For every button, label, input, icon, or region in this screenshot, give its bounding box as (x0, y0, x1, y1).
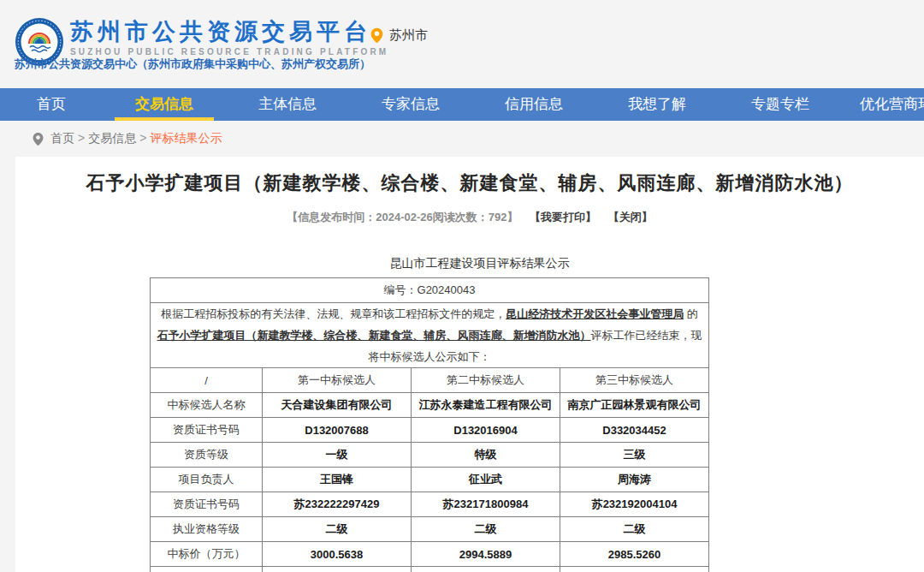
result-table-header-row: /第一中标候选人第二中标候选人第三中标候选人 (151, 368, 709, 393)
intro-tenderee: 昆山经济技术开发区社会事业管理局 (506, 307, 684, 320)
breadcrumb-current: 评标结果公示 (150, 131, 222, 145)
row-label: 中标价（万元） (151, 542, 263, 567)
intro-text: 根据工程招标投标的有关法律、法规、规章和该工程招标文件的规定， (161, 307, 506, 320)
row-value: 苏232222297429 (263, 492, 412, 517)
row-value: 天合建设集团有限公司 (263, 393, 412, 418)
content-panel: 石予小学扩建项目（新建教学楼、综合楼、新建食堂、辅房、风雨连廊、新增消防水池） … (15, 157, 924, 572)
row-value: 周海涛 (560, 468, 709, 492)
brand-block: 苏州市公共资源交易平台 SUZHOU PUBLIC RESOURCE TRADI… (70, 19, 388, 57)
intro-project-name: 石予小学扩建项目（新建教学楼、综合楼、新建食堂、辅房、风雨连廊、新增消防水池） (157, 329, 591, 342)
row-label: 项目负责人 (151, 468, 263, 492)
nav-item-7[interactable]: 优化营商环境 (842, 88, 924, 121)
result-table-row: 资质证书号码苏232222297429苏232171800984苏2321920… (151, 492, 709, 517)
row-label: 资质等级 (151, 443, 263, 468)
breadcrumb-home-link[interactable]: 首页 (50, 131, 74, 145)
row-label: 中标候选人名称 (151, 393, 263, 418)
nav-item-0[interactable]: 首页 (0, 88, 103, 121)
row-value: D332034452 (560, 418, 709, 443)
result-table-wrapper: 编号：G20240043 根据工程招标投标的有关法律、法规、规章和该工程招标文件… (150, 277, 708, 572)
row-value: 二级 (560, 517, 709, 542)
result-table-row: 中标候选人名称天合建设集团有限公司江苏永泰建造工程有限公司南京广正园林景观有限公… (151, 393, 709, 418)
city-selector[interactable]: 苏州市 (370, 27, 428, 44)
breadcrumb-separator: > (78, 131, 85, 145)
row-value: 3000.5638 (263, 542, 412, 567)
row-value: 416天 (560, 567, 709, 572)
result-table-row: 执业资格等级二级二级二级 (151, 517, 709, 542)
org-line: 苏州市公共资源交易中心（苏州市政府集中采购中心、苏州产权交易所） (15, 57, 370, 72)
publish-info: 【信息发布时间：2024-02-26阅读次数：792】 (287, 211, 518, 223)
city-label: 苏州市 (389, 27, 428, 44)
row-value: 一级 (263, 443, 412, 468)
result-table-header-cell: 第三中标候选人 (560, 368, 709, 393)
row-value: 二级 (412, 517, 560, 542)
row-value: 416天 (412, 567, 560, 572)
result-table-row: 资质等级一级特级三级 (151, 443, 709, 468)
intro-paragraph: 根据工程招标投标的有关法律、法规、规章和该工程招标文件的规定，昆山经济技术开发区… (151, 303, 709, 368)
row-value: 南京广正园林景观有限公司 (560, 393, 709, 418)
result-table-row: 项目负责人王国锋征业武周海涛 (151, 468, 709, 492)
nav-item-3[interactable]: 专家信息 (349, 88, 472, 121)
row-label: 执业资格等级 (151, 517, 263, 542)
row-label: 资质证书号码 (151, 492, 263, 517)
row-value: 江苏永泰建造工程有限公司 (412, 393, 560, 418)
breadcrumb-section-link[interactable]: 交易信息 (88, 131, 136, 145)
nav-item-1[interactable]: 交易信息 (103, 88, 226, 121)
row-value: D132007688 (263, 418, 412, 443)
intro-row: 根据工程招标投标的有关法律、法规、规章和该工程招标文件的规定，昆山经济技术开发区… (151, 303, 709, 368)
result-table-row: 资质证书号码D132007688D132016904D332034452 (151, 418, 709, 443)
result-table-row: 中标价（万元）3000.56382994.58892985.5260 (151, 542, 709, 567)
row-value: 三级 (560, 443, 709, 468)
article-meta: 【信息发布时间：2024-02-26阅读次数：792】 【我要打印】 【关闭】 (15, 210, 924, 225)
page: 苏州市公共资源交易平台 SUZHOU PUBLIC RESOURCE TRADI… (0, 0, 924, 572)
doc-number-row: 编号：G20240043 (151, 278, 709, 303)
nav-item-4[interactable]: 信用信息 (472, 88, 595, 121)
announcement-title: 昆山市工程建设项目评标结果公示 (201, 256, 758, 271)
location-pin-icon (370, 27, 383, 44)
result-table-row: 中标工期416天416天416天 (151, 567, 709, 572)
print-button[interactable]: 【我要打印】 (530, 211, 596, 223)
site-subtitle: SUZHOU PUBLIC RESOURCE TRADING PLATFORM (70, 47, 388, 57)
close-button[interactable]: 【关闭】 (608, 211, 653, 223)
row-value: 2994.5889 (412, 542, 560, 567)
site-title: 苏州市公共资源交易平台 (70, 19, 388, 45)
intro-text: 的 (684, 307, 698, 320)
row-label: 资质证书号码 (151, 418, 263, 443)
row-value: 二级 (263, 517, 412, 542)
row-value: 征业武 (412, 468, 560, 492)
result-table: 编号：G20240043 根据工程招标投标的有关法律、法规、规章和该工程招标文件… (150, 277, 709, 572)
article-title: 石予小学扩建项目（新建教学楼、综合楼、新建食堂、辅房、风雨连廊、新增消防水池） (15, 170, 924, 196)
row-value: 2985.5260 (560, 542, 709, 567)
breadcrumb: 首页>交易信息>评标结果公示 (0, 121, 924, 157)
doc-number: 编号：G20240043 (151, 278, 709, 303)
breadcrumb-separator: > (139, 131, 146, 145)
row-value: 王国锋 (263, 468, 412, 492)
row-value: 416天 (263, 567, 412, 572)
row-label: 中标工期 (151, 567, 263, 572)
site-header: 苏州市公共资源交易平台 SUZHOU PUBLIC RESOURCE TRADI… (0, 0, 924, 88)
result-table-header-cell: 第二中标候选人 (412, 368, 560, 393)
row-value: 苏232171800984 (412, 492, 560, 517)
result-table-header-cell: 第一中标候选人 (263, 368, 412, 393)
main-nav: 首页交易信息主体信息专家信息信用信息我想了解专题专栏优化营商环境 (0, 88, 924, 121)
row-value: 特级 (412, 443, 560, 468)
row-value: 苏232192004104 (560, 492, 709, 517)
result-table-header-cell: / (151, 368, 263, 393)
row-value: D132016904 (412, 418, 560, 443)
nav-item-2[interactable]: 主体信息 (226, 88, 349, 121)
breadcrumb-pin-icon (33, 132, 44, 146)
nav-item-5[interactable]: 我想了解 (595, 88, 719, 121)
nav-item-6[interactable]: 专题专栏 (719, 88, 842, 121)
